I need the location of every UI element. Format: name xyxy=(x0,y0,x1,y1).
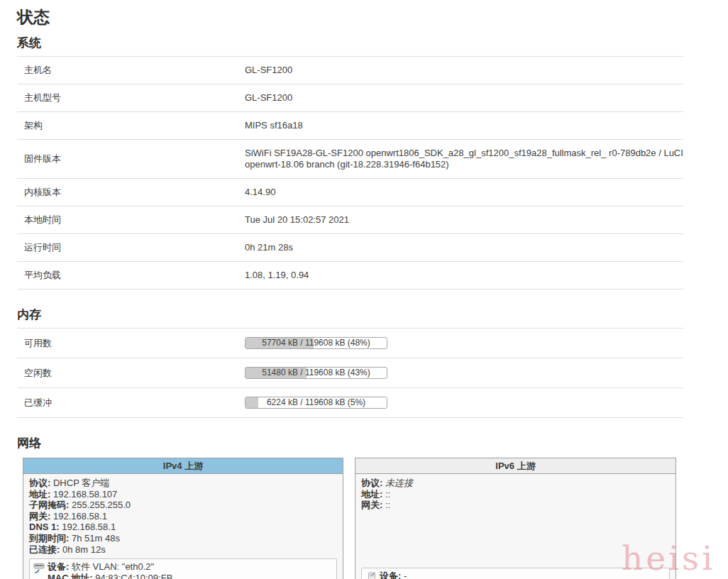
row-value: MIPS sf16a18 xyxy=(245,112,683,140)
table-row: 已缓冲 6224 kB / 119608 kB (5%) xyxy=(17,388,683,418)
section-title-network: 网络 xyxy=(17,436,683,451)
row-label: 本地时间 xyxy=(17,206,245,234)
memory-table: 可用数 57704 kB / 119608 kB (48%) 空闲数 51480… xyxy=(17,328,683,418)
ipv4-upstream-box: IPv4 上游 协议: DHCP 客户端 地址: 192.168.58.107 … xyxy=(23,458,343,579)
page-title: 状态 xyxy=(17,7,683,27)
field-connected: 已连接: 0h 8m 12s xyxy=(29,544,337,556)
ethernet-icon xyxy=(365,572,377,579)
row-value: GL-SF1200 xyxy=(245,84,683,112)
device-info: 设备: 软件 VLAN: "eth0.2" MAC 地址: 94:83:C4:1… xyxy=(48,561,333,579)
device-line: 设备: 软件 VLAN: "eth0.2" xyxy=(48,561,333,573)
table-row: 运行时间 0h 21m 28s xyxy=(17,234,683,262)
field-protocol: 协议: 未连接 xyxy=(361,478,670,489)
row-value: 1.08, 1.19, 0.94 xyxy=(245,262,683,290)
table-row: 内核版本 4.14.90 xyxy=(17,179,683,206)
row-label: 平均负载 xyxy=(17,262,245,290)
memory-buffered-bar: 6224 kB / 119608 kB (5%) xyxy=(245,397,387,409)
section-title-system: 系统 xyxy=(17,35,683,51)
switch-vlan-icon xyxy=(33,563,45,574)
field-gateway: 网关: 192.168.58.1 xyxy=(29,511,337,522)
ipv4-upstream-body: 协议: DHCP 客户端 地址: 192.168.58.107 子网掩码: 25… xyxy=(23,474,343,579)
table-row: 空闲数 51480 kB / 119608 kB (43%) xyxy=(17,358,683,388)
field-gateway: 网关: :: xyxy=(361,500,670,511)
ipv4-upstream-header: IPv4 上游 xyxy=(23,458,343,474)
section-title-memory: 内存 xyxy=(17,307,683,323)
device-line: 设备: - xyxy=(380,570,666,579)
system-table: 主机名 GL-SF1200 主机型号 GL-SF1200 架构 MIPS sf1… xyxy=(17,56,683,290)
table-row: 主机型号 GL-SF1200 xyxy=(17,84,683,112)
ipv4-device-box: 设备: 软件 VLAN: "eth0.2" MAC 地址: 94:83:C4:1… xyxy=(29,558,337,579)
field-expires: 到期时间: 7h 51m 48s xyxy=(29,533,337,544)
row-label: 架构 xyxy=(17,112,245,140)
row-label: 已缓冲 xyxy=(17,388,245,418)
ipv6-upstream-body: 协议: 未连接 地址: :: 网关: :: 设备: - xyxy=(355,474,675,579)
bar-text: 57704 kB / 119608 kB (48%) xyxy=(246,338,387,348)
row-label: 可用数 xyxy=(17,329,245,358)
row-value: GL-SF1200 xyxy=(245,57,683,84)
row-label: 内核版本 xyxy=(17,179,245,206)
table-row: 本地时间 Tue Jul 20 15:02:57 2021 xyxy=(17,206,683,234)
memory-available-bar: 57704 kB / 119608 kB (48%) xyxy=(245,337,387,349)
row-value: 4.14.90 xyxy=(245,179,683,206)
bar-text: 6224 kB / 119608 kB (5%) xyxy=(246,397,387,408)
device-info: 设备: - xyxy=(380,570,666,579)
row-label: 主机型号 xyxy=(17,84,245,112)
row-label: 主机名 xyxy=(17,57,245,84)
field-netmask: 子网掩码: 255.255.255.0 xyxy=(29,500,337,511)
row-value: 0h 21m 28s xyxy=(245,234,683,262)
status-page: 状态 系统 主机名 GL-SF1200 主机型号 GL-SF1200 架构 MI… xyxy=(0,0,683,579)
table-row: 架构 MIPS sf16a18 xyxy=(17,112,683,140)
device-mac-line: MAC 地址: 94:83:C4:10:09:FB xyxy=(48,573,333,579)
memory-free-bar: 51480 kB / 119608 kB (43%) xyxy=(245,367,387,379)
ipv6-upstream-box: IPv6 上游 协议: 未连接 地址: :: 网关: :: xyxy=(355,458,676,579)
table-row: 主机名 GL-SF1200 xyxy=(17,57,683,84)
ipv6-upstream-header: IPv6 上游 xyxy=(355,458,675,474)
field-address: 地址: :: xyxy=(361,489,670,500)
row-value: Tue Jul 20 15:02:57 2021 xyxy=(245,206,683,234)
table-row: 固件版本 SiWiFi SF19A28-GL-SF1200 openwrt180… xyxy=(17,140,683,179)
ipv6-device-box: 设备: - xyxy=(361,568,670,579)
row-label: 固件版本 xyxy=(17,140,245,179)
row-label: 运行时间 xyxy=(17,234,245,262)
table-row: 可用数 57704 kB / 119608 kB (48%) xyxy=(17,329,683,358)
row-value: SiWiFi SF19A28-GL-SF1200 openwrt1806_SDK… xyxy=(245,140,683,179)
field-protocol: 协议: DHCP 客户端 xyxy=(29,478,337,489)
field-dns1: DNS 1: 192.168.58.1 xyxy=(29,522,337,533)
bar-text: 51480 kB / 119608 kB (43%) xyxy=(246,368,387,378)
network-boxes: IPv4 上游 协议: DHCP 客户端 地址: 192.168.58.107 … xyxy=(23,458,683,579)
field-address: 地址: 192.168.58.107 xyxy=(29,489,337,500)
table-row: 平均负载 1.08, 1.19, 0.94 xyxy=(17,262,683,290)
row-label: 空闲数 xyxy=(17,358,245,388)
